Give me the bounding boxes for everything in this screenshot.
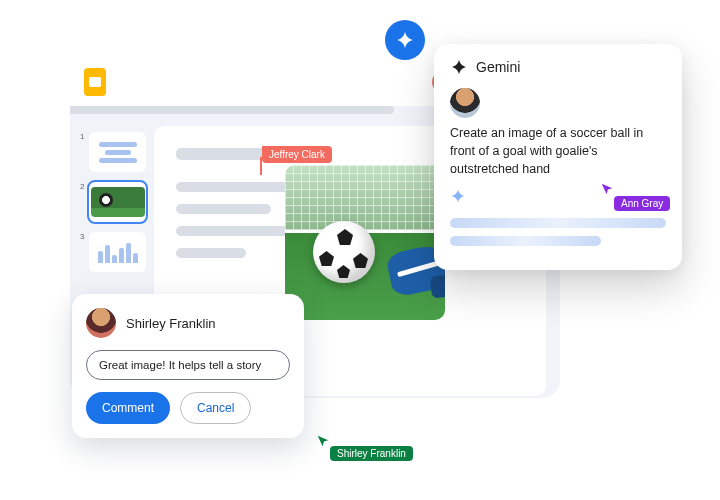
loading-bar [450,218,666,228]
comment-cancel-button[interactable]: Cancel [180,392,251,424]
thumb-number: 2 [80,182,85,191]
slides-logo-icon [84,68,106,96]
placeholder-text [176,248,246,258]
thumb-row[interactable]: 1 [80,132,146,172]
user-avatar [450,88,480,118]
gemini-header: Gemini [450,58,666,76]
placeholder-text [176,182,296,192]
thumbnail-image-icon [91,187,145,217]
gemini-loading [450,218,666,246]
slide-thumbnail-1[interactable] [89,132,146,172]
collaborator-cursor-jeffrey: Jeffrey Clark [262,146,332,163]
collaborator-cursor-shirley-label: Shirley Franklin [330,446,413,461]
thumb-number: 1 [80,132,85,141]
gemini-badge-icon[interactable] [385,20,425,60]
gemini-spark-icon [450,58,468,76]
loading-bar [450,236,601,246]
comment-input[interactable] [86,350,290,380]
gemini-title: Gemini [476,59,520,75]
slide-thumbnail-2[interactable] [89,182,146,222]
comment-author-name: Shirley Franklin [126,316,216,331]
comment-card: Shirley Franklin Comment Cancel [72,294,304,438]
collaborator-cursor-ann-label: Ann Gray [614,196,670,211]
slide-image-soccer[interactable] [285,165,445,320]
placeholder-title [176,148,266,160]
thumb-row[interactable]: 2 [80,182,146,222]
comment-submit-button[interactable]: Comment [86,392,170,424]
soccer-ball-icon [313,221,375,283]
placeholder-text [176,226,291,236]
comment-author-avatar [86,308,116,338]
collaborator-cursor-ann: Ann Gray [600,182,614,196]
gemini-prompt-text: Create an image of a soccer ball in fron… [450,124,666,178]
placeholder-text [176,204,271,214]
gemini-panel: Gemini Create an image of a soccer ball … [434,44,682,270]
goal-net-icon [285,165,445,230]
thumb-number: 3 [80,232,85,241]
slide-thumbnail-3[interactable] [89,232,146,272]
collaborator-cursor-shirley: Shirley Franklin [316,434,330,448]
gemini-input-spark-icon [450,188,466,204]
thumb-row[interactable]: 3 [80,232,146,272]
